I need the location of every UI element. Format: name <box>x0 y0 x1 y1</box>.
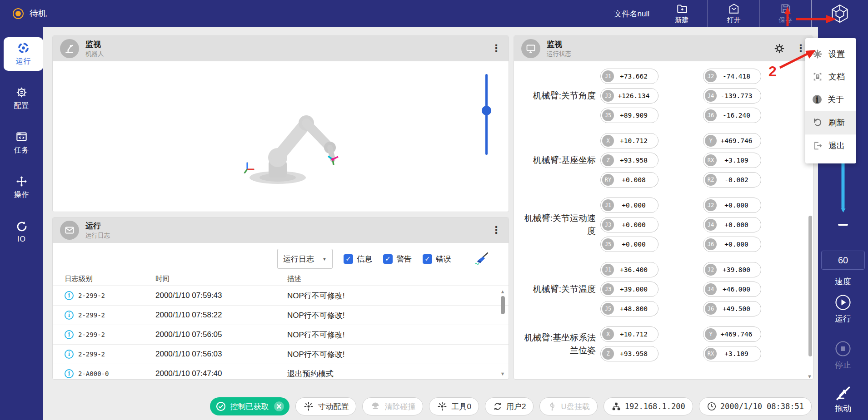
view-zoom-slider-thumb[interactable] <box>482 106 491 115</box>
run-button-label[interactable]: 运行 <box>835 313 851 324</box>
info-icon: i <box>813 95 822 104</box>
scrollbar-thumb[interactable] <box>501 296 505 314</box>
menu-item-docs[interactable]: 文档 <box>805 65 856 88</box>
checkbox-label: 信息 <box>357 254 372 264</box>
usb-mount-pill[interactable]: U盘挂载 <box>539 397 597 415</box>
topbar: 待机 文件名null 新建 打开 保存 <box>0 0 868 27</box>
value-pill: J1 +73.662 <box>600 69 658 84</box>
usb-mount-label: U盘挂载 <box>561 401 589 412</box>
open-file-button[interactable]: 打开 <box>708 0 759 27</box>
axis-value: +10.712 <box>614 137 653 144</box>
run-play-button[interactable] <box>834 293 852 311</box>
control-acquired-pill[interactable]: 控制已获取 <box>210 397 289 415</box>
value-pill: J6 +49.500 <box>703 301 761 316</box>
filename-label: 文件名null <box>614 0 656 27</box>
log-row: i 2-299-2 2000/1/10 07:56:03 NOP行不可修改! <box>53 345 509 364</box>
menu-item-about[interactable]: i 关于 <box>805 88 856 111</box>
panel-title: 监视 <box>85 39 104 49</box>
value-pill: J3 +0.000 <box>600 217 658 232</box>
axis-badge: J4 <box>705 219 717 231</box>
status-scrollbar-thumb[interactable] <box>808 216 812 356</box>
save-file-button[interactable]: 保存 <box>759 0 811 27</box>
scroll-up-icon[interactable]: ▲ <box>500 289 505 294</box>
move-arrows-icon <box>15 175 28 188</box>
log-type-select[interactable]: 运行日志 ▼ <box>277 249 333 269</box>
panel-subtitle: 运行日志 <box>85 232 110 240</box>
new-file-button[interactable]: 新建 <box>656 0 708 27</box>
usb-icon <box>547 401 557 411</box>
menu-item-exit[interactable]: 退出 <box>805 134 856 157</box>
group-label: 机械臂:关节角度 <box>520 89 600 102</box>
speed-value-box[interactable]: 60 <box>821 251 865 270</box>
checkbox-checked-icon[interactable]: ✓ <box>383 254 393 264</box>
config-gear-icon <box>15 86 28 99</box>
checkbox-error[interactable]: ✓ 错误 <box>423 254 451 264</box>
ip-address-pill[interactable]: 192.168.1.200 <box>604 397 693 415</box>
gear-icon <box>813 49 823 59</box>
axis-badge: J4 <box>705 283 717 295</box>
value-pill: J4 +46.000 <box>703 282 761 297</box>
clear-log-broom-icon[interactable] <box>474 252 489 266</box>
sidebar-item-io[interactable]: IO <box>0 215 43 249</box>
group-label: 机械臂:基座坐标 <box>520 154 600 167</box>
clear-collision-label: 清除碰撞 <box>384 401 415 412</box>
speed-value: 60 <box>838 255 848 266</box>
app-logo-menu-button[interactable] <box>811 0 868 27</box>
kebab-menu-icon[interactable]: ⋮ <box>491 225 501 235</box>
log-time: 2000/1/10 07:56:03 <box>155 350 287 359</box>
robot-3d-view[interactable] <box>53 61 509 212</box>
datetime-pill[interactable]: 2000/1/10 08:38:51 <box>699 397 812 415</box>
checkbox-warning[interactable]: ✓ 警告 <box>383 254 412 264</box>
kebab-menu-icon[interactable]: ⋮ <box>796 44 806 54</box>
release-control-close-icon[interactable] <box>273 400 285 412</box>
speed-minus-button[interactable] <box>838 224 848 226</box>
axis-value: +49.500 <box>717 305 756 312</box>
panel-subtitle: 运行状态 <box>547 50 571 58</box>
scroll-down-icon[interactable]: ▼ <box>807 374 812 379</box>
checkbox-info[interactable]: ✓ 信息 <box>344 254 372 264</box>
axis-value: +46.000 <box>717 286 756 293</box>
checkbox-label: 警告 <box>396 254 412 264</box>
axis-value: +3.109 <box>717 350 756 357</box>
pill-grid: J1 +36.400 J2 +39.800 J3 +39.000 J4 +46.… <box>600 262 813 316</box>
axis-value: +39.800 <box>717 266 756 273</box>
sidebar-item-run[interactable]: 运行 <box>4 37 43 71</box>
clear-collision-pill[interactable]: 清除碰撞 <box>362 397 423 415</box>
value-pill: RY +0.008 <box>600 172 658 188</box>
axis-value: +126.134 <box>614 92 653 99</box>
checkbox-checked-icon[interactable]: ✓ <box>423 254 432 264</box>
log-table-header: 日志级别 时间 描述 <box>53 272 509 286</box>
menu-item-label: 设置 <box>828 49 845 59</box>
group-label: 机械臂:关节温度 <box>520 283 600 296</box>
menu-item-refresh[interactable]: 刷新 <box>805 111 856 134</box>
tool-pill[interactable]: 工具0 <box>429 397 479 415</box>
kebab-menu-icon[interactable]: ⋮ <box>491 44 501 54</box>
axis-value: +3.109 <box>717 157 756 164</box>
checkbox-checked-icon[interactable]: ✓ <box>344 254 353 264</box>
axis-badge: Z <box>602 348 614 360</box>
jog-config-pill[interactable]: 寸动配置 <box>295 397 356 415</box>
new-file-label: 新建 <box>675 16 689 25</box>
stop-button[interactable] <box>834 340 852 358</box>
user-frame-pill[interactable]: 用户2 <box>485 397 534 415</box>
sidebar-item-config[interactable]: 配置 <box>0 82 43 115</box>
axis-badge: J2 <box>705 264 717 276</box>
value-pill: J4 +0.000 <box>703 217 761 232</box>
log-scrollbar[interactable]: ▲ ▼ <box>499 289 506 376</box>
sidebar-item-operate[interactable]: 操作 <box>0 171 43 204</box>
log-row: i 2-299-2 2000/1/10 07:56:05 NOP行不可修改! <box>53 325 509 345</box>
sidebar-item-task[interactable]: 任务 <box>0 126 43 160</box>
drag-mode-button[interactable] <box>835 385 851 401</box>
value-pill: RX +3.109 <box>703 153 761 168</box>
axis-badge: J3 <box>602 90 614 102</box>
log-type-value: 运行日志 <box>283 254 314 264</box>
menu-item-settings[interactable]: 设置 <box>805 43 856 65</box>
value-pill: J5 +0.000 <box>600 237 658 252</box>
axis-badge: X <box>602 135 614 147</box>
axis-badge: RY <box>602 174 614 186</box>
log-desc: 退出预约模式 <box>287 369 497 379</box>
axis-value: +93.958 <box>614 157 653 164</box>
gear-icon[interactable] <box>774 43 785 54</box>
axis-value: -0.002 <box>717 176 756 183</box>
scroll-down-icon[interactable]: ▼ <box>500 371 505 376</box>
